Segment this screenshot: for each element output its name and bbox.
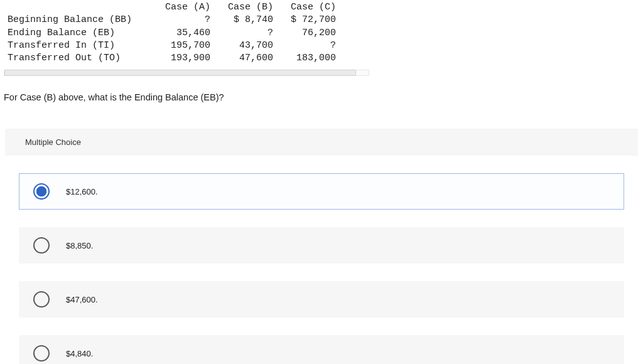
cell: $ 72,700 [273,14,336,26]
radio-icon [33,291,50,308]
cell: 183,000 [273,52,336,65]
case-data-table: . Case (A) Case (B) Case (C) Beginning B… [0,0,364,68]
cell: ? [148,14,210,26]
cell: 76,200 [273,27,336,40]
table-row: Beginning Balance (BB) ? $ 8,740 $ 72,70… [0,14,364,26]
cell: $ 8,740 [210,14,273,26]
col-header-b: Case (B) [210,1,273,14]
table-row: Transferred In (TI) 195,700 43,700 ? [0,40,364,52]
option-1[interactable]: $12,600. [19,173,624,210]
radio-icon [33,237,50,254]
option-2[interactable]: $8,850. [19,227,624,264]
row-label: Ending Balance (EB) [0,27,148,40]
cell: ? [210,27,273,40]
col-header-a: Case (A) [148,1,210,14]
multiple-choice-block: Multiple Choice $12,600. $8,850. $47,600… [5,129,638,364]
multiple-choice-heading: Multiple Choice [5,129,638,156]
table-row: Transferred Out (TO) 193,900 47,600 183,… [0,52,364,65]
row-label: Transferred In (TI) [0,40,148,52]
scrollbar-thumb[interactable] [4,70,356,76]
option-4[interactable]: $4,840. [19,335,624,364]
question-text: For Case (B) above, what is the Ending B… [0,76,643,102]
radio-icon [33,183,50,200]
cell: 35,460 [148,27,210,40]
option-list: $12,600. $8,850. $47,600. $4,840. [5,156,638,364]
cell: 193,900 [148,52,210,65]
cell: 43,700 [210,40,273,52]
option-3[interactable]: $47,600. [19,281,624,318]
cell: 47,600 [210,52,273,65]
cell: 195,700 [148,40,210,52]
table-row: Ending Balance (EB) 35,460 ? 76,200 [0,27,364,40]
row-label: Transferred Out (TO) [0,52,148,65]
col-header-c: Case (C) [273,1,336,14]
radio-icon [33,345,50,361]
cell: ? [273,40,336,52]
option-label: $4,840. [66,349,93,358]
option-label: $8,850. [66,241,93,250]
row-label: Beginning Balance (BB) [0,14,148,26]
option-label: $12,600. [66,187,98,196]
option-label: $47,600. [66,295,98,304]
horizontal-scrollbar[interactable] [4,70,369,76]
